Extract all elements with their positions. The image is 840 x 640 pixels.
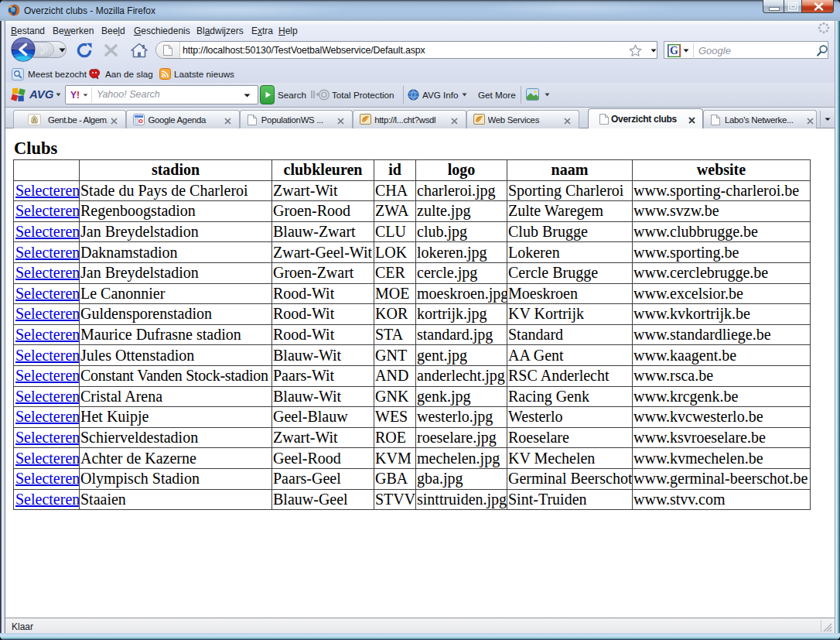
svg-text:G: G	[670, 45, 678, 56]
